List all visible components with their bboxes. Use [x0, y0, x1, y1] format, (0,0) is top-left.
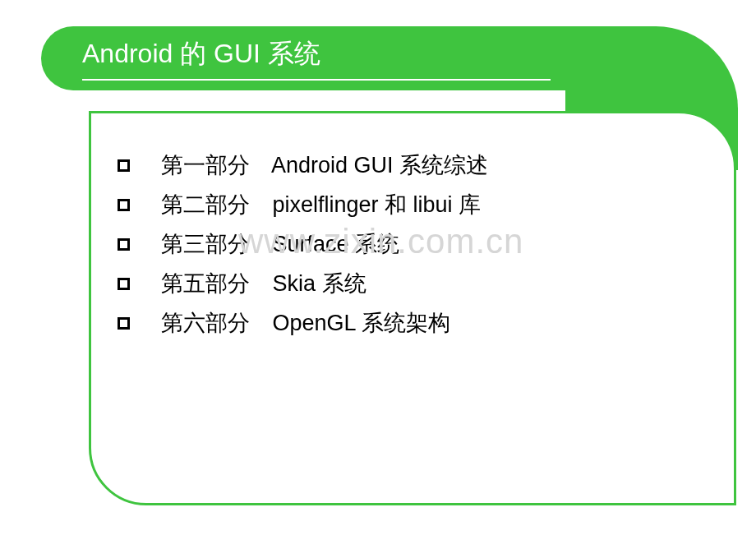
- list-item: 第三部分 Surface 系统: [118, 229, 709, 259]
- list-item-text: 第三部分 Surface 系统: [161, 229, 399, 259]
- list-item: 第五部分 Skia 系统: [118, 269, 709, 298]
- part-label: 第二部分: [161, 190, 266, 219]
- part-label: 第三部分: [161, 229, 266, 259]
- title-bar: Android 的 GUI 系统: [41, 26, 575, 90]
- part-label: 第五部分: [161, 269, 266, 298]
- list-item-text: 第二部分 pixelflinger 和 libui 库: [161, 190, 481, 219]
- bullet-icon: [118, 317, 130, 330]
- bullet-icon: [118, 159, 130, 172]
- list-item-text: 第六部分 OpenGL 系统架构: [161, 308, 450, 338]
- part-label: 第六部分: [161, 308, 266, 338]
- part-desc: Surface 系统: [273, 232, 400, 256]
- list-item-text: 第一部分 Android GUI 系统综述: [161, 150, 488, 180]
- list-item: 第六部分 OpenGL 系统架构: [118, 308, 709, 338]
- part-desc: Android GUI 系统综述: [271, 153, 488, 178]
- bullet-icon: [118, 199, 130, 211]
- part-label: 第一部分: [161, 150, 266, 180]
- bullet-icon: [118, 238, 130, 251]
- part-desc: OpenGL 系统架构: [273, 311, 451, 335]
- list-item: 第二部分 pixelflinger 和 libui 库: [118, 190, 709, 219]
- list-item: 第一部分 Android GUI 系统综述: [118, 150, 709, 180]
- content-box: 第一部分 Android GUI 系统综述 第二部分 pixelflinger …: [89, 111, 736, 505]
- part-desc: pixelflinger 和 libui 库: [273, 192, 482, 217]
- outline-list: 第一部分 Android GUI 系统综述 第二部分 pixelflinger …: [118, 150, 709, 338]
- slide-container: Android 的 GUI 系统 第一部分 Android GUI 系统综述 第…: [0, 0, 756, 535]
- bullet-icon: [118, 278, 130, 290]
- part-desc: Skia 系统: [273, 271, 366, 296]
- list-item-text: 第五部分 Skia 系统: [161, 269, 366, 298]
- slide-title: Android 的 GUI 系统: [82, 36, 551, 81]
